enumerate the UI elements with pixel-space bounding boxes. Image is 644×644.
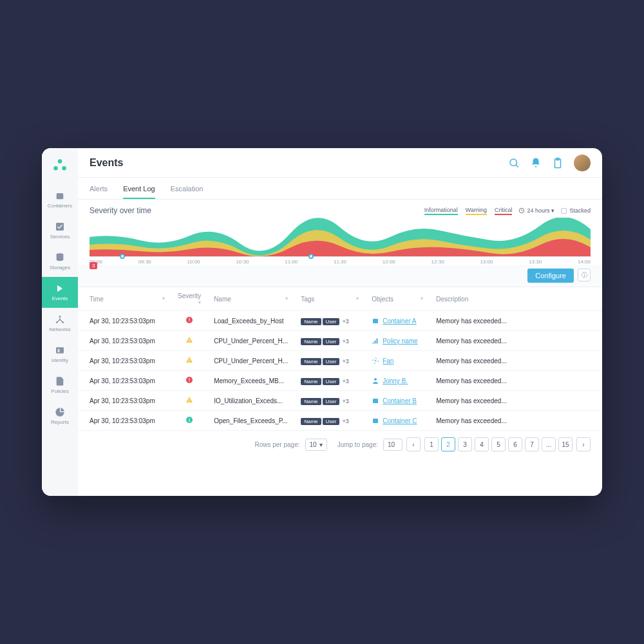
tag-pill[interactable]: User bbox=[323, 418, 340, 425]
app-window: Containers Services Storages Events Netw… bbox=[42, 148, 602, 496]
tag-pill[interactable]: User bbox=[323, 378, 340, 385]
container-icon bbox=[55, 191, 65, 201]
object-link[interactable]: Fan bbox=[383, 357, 393, 365]
sidebar-item-events[interactable]: Events bbox=[42, 277, 78, 308]
sidebar-item-services[interactable]: Services bbox=[42, 215, 78, 246]
svg-rect-23 bbox=[189, 381, 190, 382]
services-icon bbox=[55, 222, 65, 232]
object-link[interactable]: Policy name bbox=[383, 337, 417, 345]
storage-icon bbox=[55, 252, 65, 263]
table-row[interactable]: Apr 30, 10:23:53:03pmIO_Utilization_Exce… bbox=[78, 391, 602, 411]
table-row[interactable]: Apr 30, 10:23:53:03pmCPU_Under_Percent_H… bbox=[78, 351, 602, 371]
avatar[interactable] bbox=[574, 155, 591, 171]
tag-more[interactable]: +3 bbox=[342, 398, 348, 404]
col-tags[interactable]: Tags▾ bbox=[294, 287, 365, 311]
object-link[interactable]: Container C bbox=[383, 417, 417, 424]
tag-more[interactable]: +3 bbox=[342, 318, 348, 325]
chart-timeline[interactable]: 09:00 09:30 10:00 10:30 11:00 11:30 12:0… bbox=[78, 256, 602, 265]
jump-to-page-input[interactable]: 10 bbox=[383, 439, 402, 451]
col-name[interactable]: Name▾ bbox=[207, 287, 294, 311]
chart-header: Severity over time Informational Warning… bbox=[78, 200, 602, 218]
svg-point-2 bbox=[62, 166, 66, 171]
severity-chart[interactable] bbox=[90, 218, 591, 256]
clipboard-icon[interactable] bbox=[552, 157, 564, 169]
sidebar-item-reports[interactable]: Reports bbox=[42, 401, 78, 431]
tab-escalation[interactable]: Escalation bbox=[171, 185, 204, 199]
rows-per-page-select[interactable]: 10▾ bbox=[305, 439, 327, 451]
page-button[interactable]: 1 bbox=[424, 437, 439, 451]
col-time[interactable]: Time▾ bbox=[78, 287, 171, 311]
timeline-handle-end[interactable] bbox=[308, 254, 314, 259]
chevron-down-icon: ▾ bbox=[319, 441, 323, 448]
tick: 12:30 bbox=[431, 259, 444, 265]
col-description[interactable]: Description bbox=[430, 287, 602, 311]
table-row[interactable]: Apr 30, 10:23:53:03pmLoad_Exceeds_by_Hos… bbox=[78, 311, 602, 331]
tag-pill[interactable]: Name bbox=[301, 398, 321, 405]
chart-title: Severity over time bbox=[90, 206, 418, 215]
legend-warning[interactable]: Warning bbox=[466, 207, 487, 215]
container-icon bbox=[372, 397, 379, 404]
cell-description: Memory has exceeded... bbox=[430, 391, 602, 411]
sort-icon: ▾ bbox=[421, 296, 423, 301]
tag-more[interactable]: +3 bbox=[342, 338, 348, 345]
page-button[interactable]: 5 bbox=[491, 437, 506, 451]
cell-name: CPU_Under_Percent_H... bbox=[207, 331, 294, 351]
tag-pill[interactable]: User bbox=[323, 398, 340, 405]
tag-pill[interactable]: User bbox=[323, 338, 340, 345]
table-row[interactable]: Apr 30, 10:23:53:03pmCPU_Under_Percent_H… bbox=[78, 331, 602, 351]
next-page-button[interactable]: › bbox=[576, 437, 591, 451]
cell-tags: NameUser+3 bbox=[294, 331, 365, 351]
tag-pill[interactable]: User bbox=[323, 358, 340, 365]
tag-more[interactable]: +3 bbox=[342, 378, 348, 384]
object-link[interactable]: Container A bbox=[383, 317, 416, 325]
col-severity[interactable]: Severity▾ bbox=[171, 287, 207, 311]
sidebar-item-containers[interactable]: Containers bbox=[42, 184, 78, 215]
sidebar-item-label: Containers bbox=[48, 203, 73, 209]
sidebar-item-storages[interactable]: Storages bbox=[42, 246, 78, 277]
tag-pill[interactable]: Name bbox=[301, 318, 321, 325]
tag-pill[interactable]: Name bbox=[301, 418, 321, 425]
sort-icon: ▾ bbox=[162, 296, 165, 301]
sidebar-item-networks[interactable]: Networks bbox=[42, 308, 78, 339]
object-link[interactable]: Jonny B. bbox=[383, 377, 408, 384]
page-button[interactable]: 6 bbox=[508, 437, 522, 451]
stacked-toggle[interactable]: Stacked bbox=[561, 207, 591, 214]
table-row[interactable]: Apr 30, 10:23:53:03pmMemory_Exceeds_MB..… bbox=[78, 371, 602, 391]
time-range-selector[interactable]: 24 hours ▾ bbox=[518, 207, 554, 214]
legend-informational[interactable]: Informational bbox=[424, 207, 458, 215]
tick: 10:00 bbox=[187, 259, 200, 265]
cell-object: Container C bbox=[365, 411, 430, 431]
tick: 09:30 bbox=[138, 259, 151, 265]
sidebar-item-identity[interactable]: Identity bbox=[42, 339, 78, 370]
tag-pill[interactable]: Name bbox=[301, 338, 321, 345]
cell-name: Load_Exceeds_by_Host bbox=[207, 311, 294, 331]
tag-more[interactable]: +3 bbox=[342, 358, 348, 365]
tag-pill[interactable]: User bbox=[323, 318, 340, 325]
tag-more[interactable]: +3 bbox=[342, 418, 348, 424]
cell-time: Apr 30, 10:23:53:03pm bbox=[78, 331, 171, 351]
tick: 12:00 bbox=[383, 259, 395, 265]
page-button[interactable]: 2 bbox=[441, 437, 455, 451]
notifications-icon[interactable] bbox=[530, 157, 542, 169]
timeline-handle-start[interactable] bbox=[120, 254, 125, 259]
table-row[interactable]: Apr 30, 10:23:53:03pmOpen_Files_Exceeds_… bbox=[78, 411, 602, 431]
page-button[interactable]: ... bbox=[542, 437, 556, 451]
page-button[interactable]: 4 bbox=[475, 437, 489, 451]
filter-count-badge[interactable]: 3 bbox=[90, 262, 97, 269]
page-button[interactable]: 3 bbox=[458, 437, 472, 451]
info-button[interactable]: ⓘ bbox=[578, 269, 591, 281]
col-objects[interactable]: Objects▾ bbox=[365, 287, 430, 311]
configure-button[interactable]: Configure bbox=[527, 269, 574, 283]
page-button[interactable]: 7 bbox=[525, 437, 539, 451]
legend-critical[interactable]: Critical bbox=[495, 207, 513, 215]
tab-event-log[interactable]: Event Log bbox=[123, 185, 155, 199]
object-link[interactable]: Container B bbox=[383, 397, 417, 404]
svg-point-24 bbox=[374, 378, 377, 381]
prev-page-button[interactable]: ‹ bbox=[406, 437, 421, 451]
tag-pill[interactable]: Name bbox=[301, 378, 321, 385]
search-icon[interactable] bbox=[508, 157, 520, 169]
tag-pill[interactable]: Name bbox=[301, 358, 321, 365]
sidebar-item-policies[interactable]: Policies bbox=[42, 370, 78, 401]
page-button[interactable]: 15 bbox=[558, 437, 573, 451]
tab-alerts[interactable]: Alerts bbox=[90, 185, 108, 199]
